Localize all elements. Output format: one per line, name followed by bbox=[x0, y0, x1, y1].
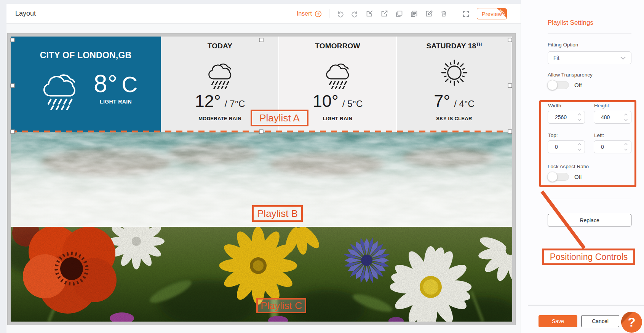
weather-current-condition: LIGHT RAIN bbox=[94, 99, 138, 105]
toolbar-divider bbox=[329, 9, 329, 18]
stepper-arrows-icon[interactable] bbox=[624, 142, 628, 153]
height-label: Height: bbox=[594, 103, 610, 108]
height-stepper bbox=[594, 111, 631, 124]
canvas-inner: CITY OF LONDON,GB 8°C LIGHT RAIN TODAY bbox=[11, 37, 512, 322]
selection-handle[interactable] bbox=[11, 38, 15, 42]
help-button[interactable]: ? bbox=[621, 312, 642, 333]
preview-button[interactable]: Preview BETA bbox=[477, 8, 507, 19]
fitting-option-select[interactable]: Fit bbox=[548, 51, 631, 64]
stepper-arrows-icon[interactable] bbox=[624, 112, 628, 124]
redo-icon[interactable] bbox=[351, 10, 358, 18]
playlist-b-label: Playlist B bbox=[252, 205, 303, 222]
undo-icon[interactable] bbox=[337, 10, 344, 18]
weather-current-panel: CITY OF LONDON,GB 8°C LIGHT RAIN bbox=[11, 37, 161, 132]
lock-aspect-ratio-row: Off bbox=[548, 173, 582, 181]
forecast-low: / 5°C bbox=[342, 99, 363, 109]
duplicate-icon[interactable] bbox=[395, 10, 403, 18]
positioning-controls-annotation: Positioning Controls bbox=[542, 249, 635, 265]
weather-current-temp: 8° bbox=[94, 70, 118, 97]
playlist-settings-panel: Playlist Settings Fitting Option Fit All… bbox=[521, 0, 644, 333]
toolbar-divider bbox=[455, 9, 455, 18]
width-stepper bbox=[548, 111, 585, 124]
fitting-option-value: Fit bbox=[553, 55, 559, 61]
weather-current-unit: C bbox=[121, 72, 138, 97]
page-title: Layout bbox=[15, 10, 36, 18]
replace-button[interactable]: Replace bbox=[548, 214, 631, 226]
toggle-knob bbox=[547, 172, 558, 182]
playlist-a-label: Playlist A bbox=[251, 110, 308, 126]
forecast-high: 10° bbox=[313, 91, 339, 111]
selection-handle[interactable] bbox=[259, 130, 264, 134]
forecast-day: TODAY bbox=[208, 42, 232, 50]
editor-header: Layout Insert bbox=[6, 4, 521, 24]
editor-toolbar: Insert bbox=[297, 4, 507, 24]
chevron-down-icon bbox=[620, 55, 626, 61]
rain-cloud-icon bbox=[34, 64, 86, 110]
forecast-condition: LIGHT RAIN bbox=[323, 116, 352, 121]
divider bbox=[548, 33, 631, 33]
fitting-option-label: Fitting Option bbox=[548, 42, 578, 48]
left-stepper bbox=[594, 140, 631, 153]
forecast-high: 12° bbox=[195, 91, 221, 111]
stepper-arrows-icon[interactable] bbox=[577, 112, 582, 124]
toggle-knob bbox=[547, 80, 558, 90]
preview-label: Preview bbox=[482, 11, 502, 17]
insert-button[interactable]: Insert bbox=[297, 10, 322, 18]
allow-transparency-label: Allow Transparency bbox=[548, 72, 593, 78]
footer-divider bbox=[528, 305, 644, 306]
import-icon[interactable] bbox=[366, 10, 373, 18]
stepper-arrows-icon[interactable] bbox=[577, 142, 582, 153]
selection-handle[interactable] bbox=[259, 38, 264, 42]
forecast-condition: SKY IS CLEAR bbox=[436, 116, 472, 121]
sidebar-title: Playlist Settings bbox=[548, 19, 593, 27]
top-stepper bbox=[548, 140, 585, 153]
playlist-c-label: Playlist C bbox=[256, 298, 306, 313]
insert-label: Insert bbox=[297, 10, 312, 17]
save-button[interactable]: Save bbox=[539, 315, 577, 327]
allow-transparency-row: Off bbox=[548, 81, 582, 89]
rain-cloud-icon bbox=[202, 56, 238, 89]
copy-notes-icon[interactable] bbox=[410, 10, 418, 18]
selection-handle[interactable] bbox=[11, 84, 15, 88]
lock-aspect-ratio-label: Lock Aspect Ratio bbox=[548, 164, 589, 169]
selection-handle[interactable] bbox=[508, 130, 512, 134]
delete-icon[interactable] bbox=[440, 10, 447, 18]
plus-circle-icon bbox=[315, 10, 322, 18]
selection-handle[interactable] bbox=[11, 130, 15, 134]
weather-forecast-saturday: SATURDAY 18TH 7° / 4°C SKY IS CLEAR bbox=[397, 37, 511, 132]
forecast-high: 7° bbox=[434, 91, 450, 111]
layout-editor-panel: Layout Insert bbox=[6, 4, 521, 333]
lock-aspect-ratio-state: Off bbox=[574, 174, 582, 180]
allow-transparency-toggle[interactable] bbox=[548, 81, 569, 89]
width-label: Width: bbox=[548, 103, 563, 108]
layout-canvas: CITY OF LONDON,GB 8°C LIGHT RAIN TODAY bbox=[8, 33, 515, 325]
forecast-day: TOMORROW bbox=[315, 42, 360, 50]
forecast-day: SATURDAY 18 bbox=[427, 42, 476, 50]
fullscreen-icon[interactable] bbox=[462, 10, 470, 18]
forecast-low: / 4°C bbox=[454, 99, 475, 109]
cancel-button[interactable]: Cancel bbox=[581, 315, 619, 327]
allow-transparency-state: Off bbox=[574, 82, 582, 88]
forecast-low: / 7°C bbox=[225, 99, 245, 109]
sun-icon bbox=[436, 56, 473, 89]
weather-location: CITY OF LONDON,GB bbox=[40, 50, 132, 61]
edit-icon[interactable] bbox=[425, 10, 433, 18]
export-icon[interactable] bbox=[380, 10, 388, 18]
top-label: Top: bbox=[548, 132, 558, 138]
selection-handle[interactable] bbox=[508, 84, 512, 88]
rain-cloud-icon bbox=[320, 56, 356, 89]
divider bbox=[548, 199, 631, 199]
forecast-condition: MODERATE RAIN bbox=[198, 116, 241, 121]
left-label: Left: bbox=[594, 132, 604, 138]
lock-aspect-ratio-toggle[interactable] bbox=[548, 173, 569, 181]
selection-handle[interactable] bbox=[508, 38, 512, 42]
